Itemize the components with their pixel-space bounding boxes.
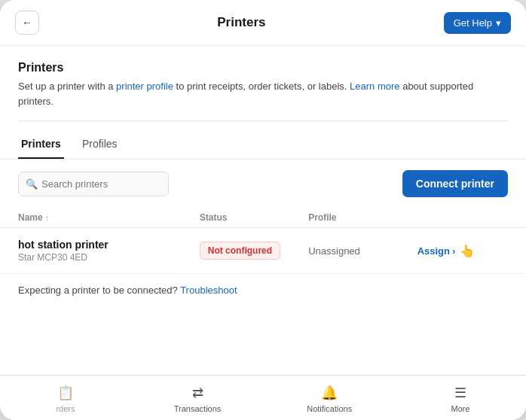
intro-text-2: to print receipts, order tickets, or lab… [173,81,350,92]
intro-text-1: Set up a printer with a [18,81,116,92]
col-status: Status [200,212,308,223]
printer-info: hot station printer Star MCP30 4ED [18,239,200,263]
divider [18,120,508,121]
back-icon: ← [22,17,32,29]
intro-heading: Printers [18,61,508,75]
bottom-nav: 📋 rders ⇄ Transactions 🔔 Notifications ☰… [0,375,526,420]
back-button[interactable]: ← [15,11,39,35]
tab-profiles[interactable]: Profiles [79,130,121,159]
printer-profile-link[interactable]: printer profile [116,81,173,92]
col-profile: Profile [308,212,417,223]
col-action [417,212,508,223]
orders-icon: 📋 [57,385,74,401]
sort-icon: ↑ [45,213,50,222]
troubleshoot-row: Expecting a printer to be connected? Tro… [0,274,526,306]
main-content: Printers Set up a printer with a printer… [0,46,526,375]
chevron-down-icon: ▾ [496,17,501,29]
chevron-right-icon: › [452,245,455,257]
transactions-icon: ⇄ [192,385,203,401]
page-intro: Printers Set up a printer with a printer… [0,46,526,120]
nav-item-transactions[interactable]: ⇄ Transactions [174,385,222,413]
search-wrapper: 🔍 [18,172,169,196]
get-help-button[interactable]: Get Help ▾ [444,12,511,34]
printer-model: Star MCP30 4ED [18,252,200,263]
assign-link[interactable]: Assign › 👆 [417,244,508,258]
orders-label: rders [56,404,75,413]
get-help-label: Get Help [454,17,492,29]
printer-profile: Unassigned [308,245,417,257]
connect-printer-button[interactable]: Connect printer [402,170,508,197]
search-icon: 🔍 [26,178,38,190]
search-input[interactable] [18,172,169,196]
troubleshoot-text: Expecting a printer to be connected? [18,285,178,296]
transactions-label: Transactions [174,404,222,413]
toolbar: 🔍 Connect printer [0,160,526,208]
table-row: hot station printer Star MCP30 4ED Not c… [0,228,526,274]
nav-item-orders[interactable]: 📋 rders [43,385,88,413]
bell-icon: 🔔 [321,385,338,401]
connect-printer-label: Connect printer [416,178,494,190]
learn-more-link[interactable]: Learn more [350,81,399,92]
printer-name: hot station printer [18,239,200,251]
table-header: Name ↑ Status Profile [0,208,526,228]
nav-item-notifications[interactable]: 🔔 Notifications [307,385,352,413]
tabs-container: Printers Profiles [0,130,526,160]
page-title: Printers [217,15,265,30]
tab-printers[interactable]: Printers [18,130,64,159]
notifications-label: Notifications [307,404,352,413]
printer-action: Assign › 👆 [417,244,508,258]
col-name: Name ↑ [18,212,200,223]
nav-item-more[interactable]: ☰ More [438,385,483,413]
printer-status: Not configured [200,242,308,260]
intro-description: Set up a printer with a printer profile … [18,79,508,108]
cursor-icon: 👆 [460,244,475,258]
troubleshoot-link[interactable]: Troubleshoot [180,285,237,296]
header: ← Printers Get Help ▾ [0,0,526,46]
more-label: More [451,404,470,413]
menu-icon: ☰ [454,385,466,401]
status-badge: Not configured [200,242,280,260]
